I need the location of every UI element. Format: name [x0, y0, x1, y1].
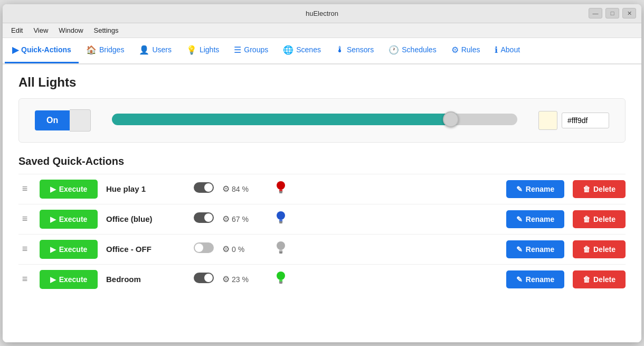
rename-button[interactable]: ✎ Rename	[506, 270, 564, 288]
window-title: huElectron	[306, 10, 338, 17]
delete-button[interactable]: 🗑 Delete	[573, 180, 626, 198]
bulb-icon	[273, 270, 289, 288]
nav-bridges[interactable]: 🏠 Bridges	[79, 38, 131, 63]
maximize-button[interactable]: □	[605, 8, 619, 18]
menu-settings[interactable]: Settings	[90, 25, 123, 36]
toggle-switch[interactable]	[194, 182, 214, 196]
rename-label: Rename	[526, 215, 554, 223]
pencil-icon: ✎	[516, 245, 523, 254]
drag-handle[interactable]: ≡	[18, 213, 31, 225]
menu-window[interactable]: Window	[54, 25, 87, 36]
rename-label: Rename	[526, 275, 554, 284]
nav-scenes[interactable]: 🌐 Scenes	[276, 38, 328, 63]
brightness-value: 23 %	[232, 275, 249, 284]
drag-handle[interactable]: ≡	[18, 274, 31, 285]
color-swatch[interactable]	[538, 111, 557, 130]
actions-list: ≡ ▶ Execute Hue play 1 ⚙ 84 % ✎ Rename	[18, 174, 626, 294]
gear-icon: ⚙	[222, 184, 230, 194]
nav-quick-actions[interactable]: ▶ Quick-Actions	[5, 38, 79, 63]
delete-button[interactable]: 🗑 Delete	[573, 270, 626, 288]
trash-icon: 🗑	[583, 215, 590, 223]
main-content: All Lights On Saved Quick-Actions ≡ ▶ Ex…	[3, 64, 641, 342]
about-icon: ℹ	[495, 45, 498, 55]
color-input[interactable]	[562, 113, 609, 128]
brightness-info: ⚙ 23 %	[222, 274, 264, 284]
action-name: Bedroom	[106, 275, 185, 284]
svg-rect-9	[279, 250, 282, 251]
brightness-slider[interactable]	[112, 114, 517, 125]
nav-about[interactable]: ℹ About	[487, 38, 527, 63]
execute-button[interactable]: ▶ Execute	[40, 210, 98, 229]
menu-view[interactable]: View	[29, 25, 52, 36]
action-name: Office (blue)	[106, 214, 185, 223]
schedules-icon: 🕐	[389, 45, 399, 55]
toggle-switch[interactable]	[194, 242, 214, 256]
quick-actions-icon: ▶	[12, 45, 18, 55]
nav-sensors[interactable]: 🌡 Sensors	[328, 38, 381, 63]
execute-label: Execute	[59, 275, 88, 284]
nav-scenes-label: Scenes	[296, 45, 321, 54]
execute-label: Execute	[59, 245, 88, 254]
execute-label: Execute	[59, 215, 88, 223]
nav-rules[interactable]: ⚙ Rules	[444, 38, 488, 63]
nav-schedules[interactable]: 🕐 Schedules	[381, 38, 443, 63]
toggle-switch[interactable]	[194, 273, 214, 286]
svg-point-0	[277, 181, 285, 190]
svg-point-4	[277, 211, 285, 220]
delete-label: Delete	[593, 215, 615, 223]
brightness-info: ⚙ 84 %	[222, 184, 264, 194]
bulb-icon	[273, 210, 289, 228]
pencil-icon: ✎	[516, 185, 523, 193]
brightness-info: ⚙ 0 %	[222, 244, 264, 254]
svg-rect-7	[279, 222, 282, 223]
scenes-icon: 🌐	[283, 45, 293, 55]
drag-handle[interactable]: ≡	[18, 183, 31, 194]
lights-icon: 💡	[186, 45, 197, 55]
trash-icon: 🗑	[583, 275, 590, 284]
pencil-icon: ✎	[516, 215, 523, 223]
nav-bar: ▶ Quick-Actions 🏠 Bridges 👤 Users 💡 Ligh…	[3, 38, 641, 64]
window-controls: — □ ✕	[589, 8, 636, 18]
nav-users[interactable]: 👤 Users	[131, 38, 179, 63]
action-name: Office - OFF	[106, 245, 185, 254]
title-bar: huElectron — □ ✕	[3, 4, 641, 23]
delete-button[interactable]: 🗑 Delete	[573, 210, 626, 228]
svg-rect-14	[279, 282, 283, 283]
app-window: huElectron — □ ✕ Edit View Window Settin…	[3, 4, 641, 342]
nav-users-label: Users	[152, 45, 172, 54]
nav-about-label: About	[500, 45, 520, 54]
execute-button[interactable]: ▶ Execute	[40, 240, 98, 259]
bulb-icon	[273, 240, 289, 258]
action-name: Hue play 1	[106, 184, 185, 193]
color-wrapper	[538, 111, 609, 130]
rename-button[interactable]: ✎ Rename	[506, 240, 564, 258]
table-row: ≡ ▶ Execute Office (blue) ⚙ 67 % ✎ Renam…	[18, 204, 626, 234]
close-button[interactable]: ✕	[622, 8, 636, 18]
drag-handle[interactable]: ≡	[18, 244, 31, 255]
rename-label: Rename	[526, 245, 554, 254]
brightness-value: 84 %	[232, 185, 249, 193]
svg-rect-2	[279, 191, 283, 192]
nav-groups[interactable]: ☰ Groups	[226, 38, 276, 63]
toggle-on-button[interactable]: On	[35, 110, 70, 130]
minimize-button[interactable]: —	[589, 8, 602, 18]
execute-button[interactable]: ▶ Execute	[40, 180, 98, 199]
toggle-off-area[interactable]	[70, 109, 91, 132]
rename-button[interactable]: ✎ Rename	[506, 210, 564, 228]
rename-button[interactable]: ✎ Rename	[506, 180, 564, 198]
brightness-value: 67 %	[232, 215, 249, 223]
svg-rect-3	[279, 192, 282, 193]
nav-rules-label: Rules	[461, 45, 480, 54]
play-icon: ▶	[50, 185, 56, 193]
nav-groups-label: Groups	[244, 45, 268, 54]
gear-icon: ⚙	[222, 244, 230, 254]
delete-label: Delete	[593, 245, 615, 254]
toggle-switch[interactable]	[194, 212, 214, 226]
nav-lights[interactable]: 💡 Lights	[179, 38, 226, 63]
execute-button[interactable]: ▶ Execute	[40, 270, 98, 289]
delete-button[interactable]: 🗑 Delete	[573, 240, 626, 258]
pencil-icon: ✎	[516, 275, 523, 284]
svg-point-12	[277, 272, 285, 280]
groups-icon: ☰	[234, 45, 241, 55]
menu-edit[interactable]: Edit	[7, 25, 27, 36]
